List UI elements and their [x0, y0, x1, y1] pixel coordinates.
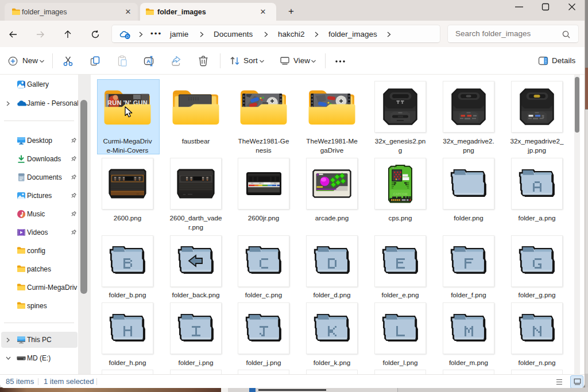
svg-text:A: A [146, 58, 150, 64]
svg-text:CAPCOM: CAPCOM [393, 192, 408, 195]
